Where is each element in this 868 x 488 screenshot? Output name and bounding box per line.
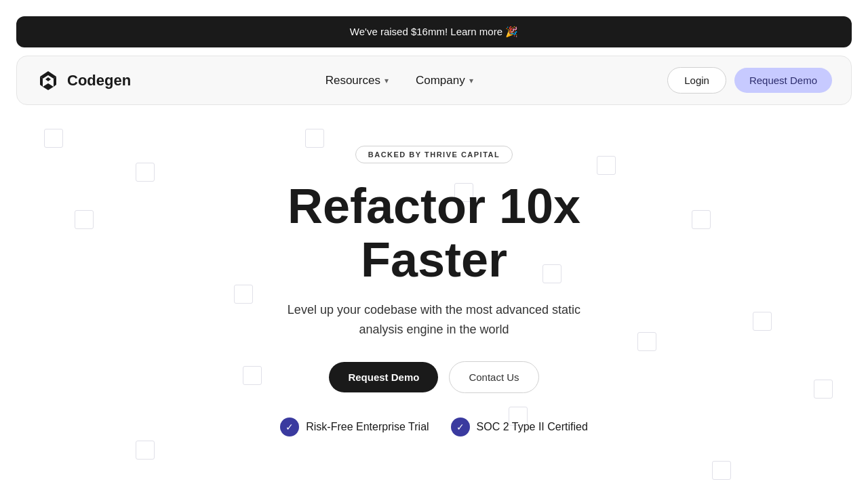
chevron-down-icon: ▾ xyxy=(469,76,473,85)
hero-subtitle: Level up your codebase with the most adv… xyxy=(271,300,597,340)
trust-item-soc2: ✓ SOC 2 Type II Certified xyxy=(451,418,588,436)
logo-icon xyxy=(36,68,60,93)
nav-company-label: Company xyxy=(416,74,465,87)
announcement-banner: We've raised $16mm! Learn more 🎉 xyxy=(16,16,852,47)
checkmark-icon-soc2: ✓ xyxy=(451,418,470,436)
nav-company[interactable]: Company ▾ xyxy=(405,68,484,93)
contact-us-button[interactable]: Contact Us xyxy=(449,361,538,393)
hero-title: Refactor 10x Faster xyxy=(210,180,658,287)
hero-section: BACKED BY THRIVE CAPITAL Refactor 10x Fa… xyxy=(197,105,671,464)
hero-buttons: Request Demo Contact Us xyxy=(329,361,538,393)
nav-actions: Login Request Demo xyxy=(667,67,832,94)
request-demo-hero-button[interactable]: Request Demo xyxy=(329,362,438,392)
announcement-text: We've raised $16mm! Learn more 🎉 xyxy=(350,26,518,37)
checkmark-icon-enterprise: ✓ xyxy=(280,418,299,436)
nav-resources[interactable]: Resources ▾ xyxy=(315,68,399,93)
trust-enterprise-label: Risk-Free Enterprise Trial xyxy=(306,421,429,433)
trust-item-enterprise: ✓ Risk-Free Enterprise Trial xyxy=(280,418,429,436)
request-demo-nav-button[interactable]: Request Demo xyxy=(734,68,832,93)
login-button[interactable]: Login xyxy=(667,67,726,94)
navbar: Codegen Resources ▾ Company ▾ Login Requ… xyxy=(16,56,852,105)
trust-badges: ✓ Risk-Free Enterprise Trial ✓ SOC 2 Typ… xyxy=(280,418,588,436)
bg-square xyxy=(712,461,731,480)
trust-soc2-label: SOC 2 Type II Certified xyxy=(477,421,588,433)
nav-resources-label: Resources xyxy=(326,74,380,87)
logo-text: Codegen xyxy=(67,72,131,89)
backed-by-badge: BACKED BY THRIVE CAPITAL xyxy=(355,146,513,163)
chevron-down-icon: ▾ xyxy=(384,76,389,85)
nav-links: Resources ▾ Company ▾ xyxy=(315,68,484,93)
page-wrapper: We've raised $16mm! Learn more 🎉 Codegen… xyxy=(0,0,868,464)
logo[interactable]: Codegen xyxy=(36,68,131,93)
